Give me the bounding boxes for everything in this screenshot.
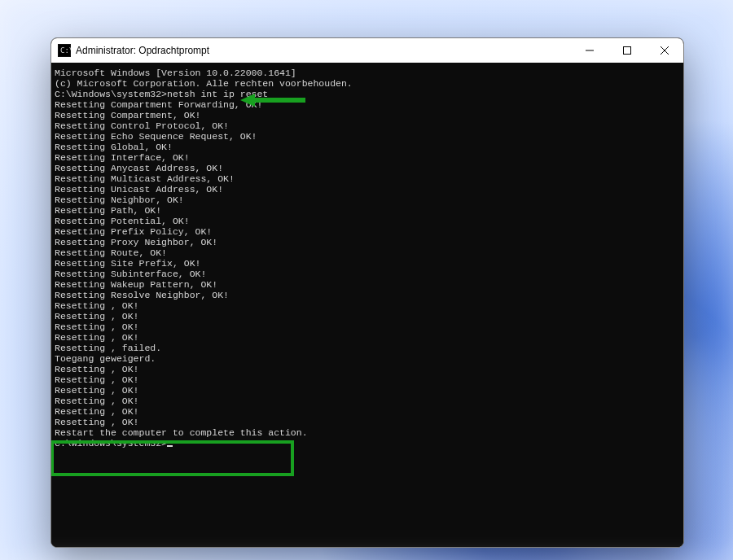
terminal-line: Resetting Neighbor, OK! [55, 195, 683, 205]
terminal-line: Resetting Subinterface, OK! [55, 269, 683, 279]
close-button[interactable] [646, 38, 683, 63]
terminal-line: Resetting Echo Sequence Request, OK! [55, 131, 683, 142]
terminal-line: Resetting Wakeup Pattern, OK! [55, 279, 683, 290]
terminal-output[interactable]: Microsoft Windows [Version 10.0.22000.16… [51, 63, 683, 547]
terminal-line: Resetting Global, OK! [55, 142, 683, 152]
terminal-line: Resetting Anycast Address, OK! [55, 163, 683, 173]
terminal-line: Resetting Multicast Address, OK! [55, 173, 683, 184]
terminal-line: Resetting Resolve Neighbor, OK! [55, 290, 683, 300]
cursor [167, 445, 173, 447]
terminal-line: Resetting , OK! [55, 417, 683, 427]
terminal-line: Resetting , OK! [55, 364, 683, 374]
terminal-line: Resetting Prefix Policy, OK! [55, 226, 683, 237]
svg-text:C:\: C:\ [60, 46, 71, 55]
terminal-line: Resetting , OK! [55, 385, 683, 396]
terminal-line: Resetting Interface, OK! [55, 152, 683, 163]
desktop-wallpaper: C:\ Administrator: Opdrachtprompt Micros… [0, 0, 733, 560]
terminal-line: Resetting Path, OK! [55, 205, 683, 216]
terminal-line: Resetting Control Protocol, OK! [55, 120, 683, 131]
terminal-line: Resetting Compartment Forwarding, OK! [55, 99, 683, 110]
terminal-line: Resetting Route, OK! [55, 247, 683, 258]
terminal-line: Resetting , OK! [55, 374, 683, 385]
minimize-button[interactable] [571, 38, 608, 63]
terminal-line: Resetting , OK! [55, 322, 683, 332]
terminal-line: Resetting , OK! [55, 332, 683, 343]
terminal-line: Resetting Potential, OK! [55, 216, 683, 226]
svg-rect-4 [624, 47, 631, 55]
terminal-line: Microsoft Windows [Version 10.0.22000.16… [55, 68, 683, 78]
terminal-line: Resetting , OK! [55, 396, 683, 406]
terminal-line: Resetting , OK! [55, 311, 683, 322]
terminal-line: Resetting Site Prefix, OK! [55, 258, 683, 269]
terminal-line: Resetting , failed. [55, 343, 683, 353]
terminal-line: Resetting Proxy Neighbor, OK! [55, 237, 683, 247]
terminal-line: Toegang geweigerd. [55, 353, 683, 364]
terminal-line: Resetting Compartment, OK! [55, 110, 683, 120]
terminal-line: (c) Microsoft Corporation. Alle rechten … [55, 78, 683, 89]
terminal-line: Resetting , OK! [55, 300, 683, 311]
terminal-line: Resetting Unicast Address, OK! [55, 184, 683, 195]
command-prompt-window: C:\ Administrator: Opdrachtprompt Micros… [50, 37, 684, 548]
cmd-icon: C:\ [58, 44, 71, 57]
window-title: Administrator: Opdrachtprompt [76, 45, 209, 56]
prompt-text: C:\Windows\system32> [55, 438, 167, 448]
terminal-line: C:\Windows\system32>netsh int ip reset [55, 89, 683, 99]
terminal-line: Restart the computer to complete this ac… [55, 427, 683, 438]
titlebar[interactable]: C:\ Administrator: Opdrachtprompt [51, 38, 683, 63]
maximize-button[interactable] [608, 38, 646, 63]
terminal-line: Resetting , OK! [55, 406, 683, 417]
terminal-prompt[interactable]: C:\Windows\system32> [55, 438, 683, 448]
